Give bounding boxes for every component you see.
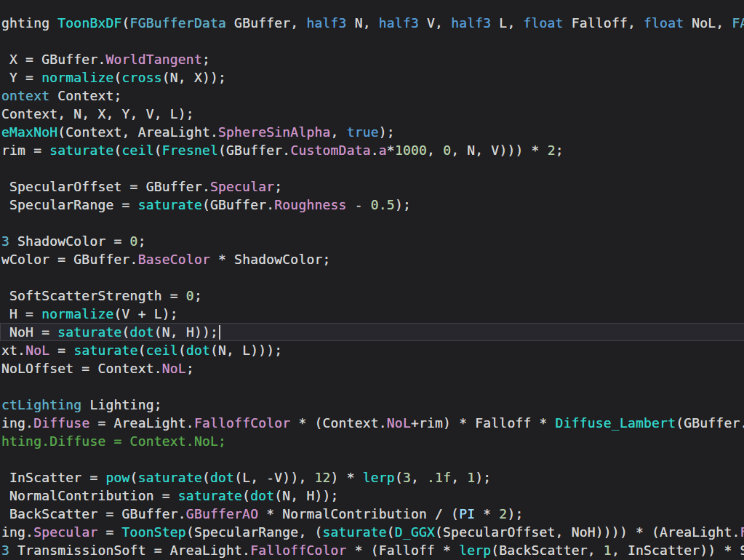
code-line[interactable]: NormalContribution = saturate(dot(N, H))… <box>0 487 744 505</box>
code-token-keyword: half3 <box>451 15 491 31</box>
code-token-plain: InScatter = <box>1 470 105 485</box>
code-token-plain: NormalContribution = <box>1 488 178 503</box>
code-token-plain: ( <box>154 143 162 158</box>
code-line[interactable]: NoLOffset = Context.NoL; <box>0 359 744 377</box>
code-line[interactable]: ontext Context; <box>0 87 744 105</box>
code-token-plain: ); <box>379 124 395 140</box>
code-token-func: cross <box>122 70 162 85</box>
code-token-number: 2 <box>548 143 556 158</box>
code-token-plain: N, <box>347 15 379 31</box>
code-editor[interactable]: ghting ToonBxDF(FGBufferData GBuffer, ha… <box>0 0 744 560</box>
code-token-func: normalize <box>41 306 113 321</box>
code-token-plain: Y = <box>1 70 41 85</box>
code-line[interactable] <box>0 377 744 396</box>
code-token-plain: ; <box>556 143 564 158</box>
code-token-plain: X = GBuffer. <box>1 52 105 67</box>
code-token-number: 1 <box>467 470 475 485</box>
code-token-plain: * <box>387 143 395 158</box>
code-line[interactable] <box>0 159 744 177</box>
code-token-func: saturate <box>178 488 242 503</box>
code-token-plain: NoH = <box>1 324 57 340</box>
code-token-plain: . <box>371 143 379 158</box>
code-token-number: 0.5 <box>371 197 395 212</box>
code-token-plain: = AreaLight. <box>89 415 193 431</box>
code-token-plain: * ShadowColor; <box>210 252 331 267</box>
code-token-plain: ( <box>202 470 210 485</box>
code-token-type: ontext <box>1 88 49 103</box>
code-line[interactable]: eMaxNoH(Context, AreaLight.SphereSinAlph… <box>0 123 744 141</box>
code-line[interactable]: H = normalize(V + L); <box>0 305 744 323</box>
code-area[interactable]: ghting ToonBxDF(FGBufferData GBuffer, ha… <box>0 14 744 559</box>
code-token-plain: Falloff, <box>564 15 644 31</box>
code-token-plain: ( <box>242 488 250 503</box>
code-token-member: CustomData <box>290 143 370 158</box>
code-token-plain: (N, H)); <box>274 488 338 503</box>
code-token-plain: * <box>475 506 499 521</box>
code-token-keyword: half3 <box>379 15 419 31</box>
code-line[interactable]: X = GBuffer.WorldTangent; <box>0 50 744 68</box>
code-token-plain: * (Context. <box>290 415 386 431</box>
code-token-member: Diffuse <box>33 415 89 431</box>
code-token-plain: ; <box>274 179 282 194</box>
code-token-plain: V, <box>419 15 451 31</box>
code-line[interactable]: ing.Diffuse = AreaLight.FalloffColor * (… <box>0 414 744 432</box>
code-line[interactable]: ing.Specular = ToonStep(SpecularRange, (… <box>0 523 744 541</box>
code-line[interactable]: 3 ShadowColor = 0; <box>0 232 744 250</box>
code-token-plain: * (Falloff * <box>347 543 460 558</box>
code-token-plain: , N, V))) * <box>451 143 547 158</box>
code-token-member: WorldTangent <box>105 52 201 67</box>
code-line[interactable]: SoftScatterStrength = 0; <box>0 287 744 305</box>
code-token-plain: GBuffer, <box>226 15 306 31</box>
code-token-plain: (N, H)); <box>154 324 218 340</box>
code-token-number: 1000 <box>395 143 427 158</box>
code-token-func: D_GGX <box>395 524 435 540</box>
code-token-func: saturate <box>138 470 202 485</box>
code-line[interactable]: xt.NoL = saturate(ceil(dot(N, L))); <box>0 341 744 359</box>
code-token-member: NoL <box>387 415 411 431</box>
code-token-type: FGBufferData <box>130 15 226 31</box>
code-line[interactable]: ctLighting Lighting; <box>0 396 744 414</box>
code-line[interactable]: ghting ToonBxDF(FGBufferData GBuffer, ha… <box>0 14 744 32</box>
code-token-plain: ( <box>122 15 130 31</box>
code-line[interactable]: Context, N, X, Y, V, L); <box>0 105 744 123</box>
code-line[interactable] <box>0 268 744 287</box>
code-token-plain: NoL, <box>684 15 732 31</box>
code-line[interactable] <box>0 32 744 50</box>
code-line[interactable] <box>0 214 744 232</box>
code-token-func: ToonStep <box>122 524 186 540</box>
code-token-func: Fresnel <box>162 143 218 158</box>
code-token-plain: (GBuffer. <box>676 415 744 431</box>
code-token-plain: = <box>49 343 73 358</box>
code-line-current[interactable]: NoH = saturate(dot(N, H)); <box>0 323 744 341</box>
code-line[interactable]: wColor = GBuffer.BaseColor * ShadowColor… <box>0 250 744 268</box>
code-token-plain: , <box>411 470 427 485</box>
code-token-comment: hting.Diffuse = Context.NoL; <box>1 433 226 449</box>
code-token-member: GBufferAO <box>186 506 258 521</box>
code-token-plain: Lighting; <box>81 397 161 412</box>
code-token-plain: ( <box>122 324 130 340</box>
code-token-plain: (V + L); <box>114 306 178 321</box>
code-token-plain: ; <box>186 361 194 376</box>
code-token-plain: * NormalContribution / ( <box>258 506 459 521</box>
code-line[interactable]: BackScatter = GBuffer.GBufferAO * Normal… <box>0 505 744 523</box>
code-line[interactable]: 3 TransmissionSoft = AreaLight.FalloffCo… <box>0 541 744 559</box>
code-line[interactable]: SpecularOffset = GBuffer.Specular; <box>0 177 744 196</box>
code-token-plain: ); <box>507 506 523 521</box>
code-token-plain: ( <box>387 524 395 540</box>
code-line[interactable]: hting.Diffuse = Context.NoL; <box>0 432 744 450</box>
code-token-plain: +rim) * Falloff * <box>411 415 556 431</box>
code-token-number: 0 <box>443 143 451 158</box>
code-token-func: saturate <box>138 197 202 212</box>
code-line[interactable] <box>0 450 744 468</box>
code-token-member: FalloffColor <box>250 543 346 558</box>
code-token-plain: xt. <box>1 343 25 358</box>
code-line[interactable]: SpecularRange = saturate(GBuffer.Roughne… <box>0 196 744 214</box>
code-token-plain: (BackScatter, <box>491 543 604 558</box>
code-token-keyword: true <box>347 124 379 140</box>
code-line[interactable]: Y = normalize(cross(N, X)); <box>0 68 744 87</box>
code-token-plain: (SpecularRange, ( <box>186 524 323 540</box>
code-token-plain: , <box>451 470 467 485</box>
code-token-plain: NoLOffset = Context. <box>1 361 162 376</box>
code-line[interactable]: InScatter = pow(saturate(dot(L, -V)), 12… <box>0 468 744 487</box>
code-line[interactable]: rim = saturate(ceil(Fresnel(GBuffer.Cust… <box>0 141 744 159</box>
